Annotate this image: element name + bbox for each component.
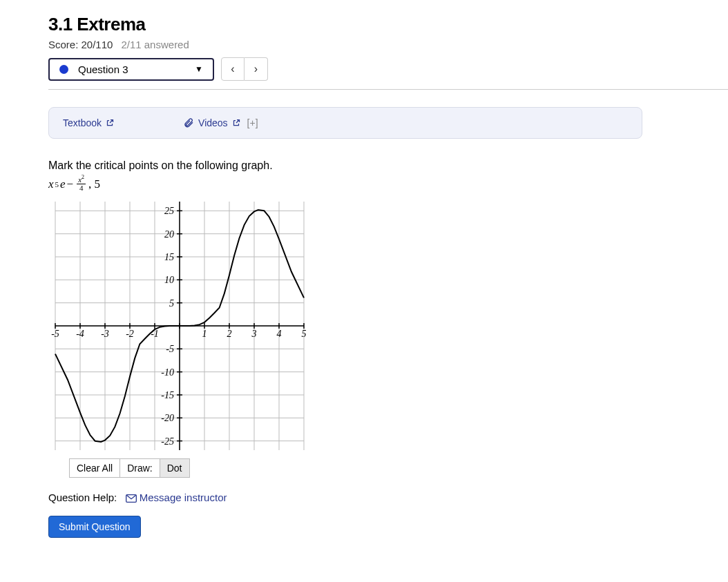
svg-text:-5: -5 [166, 344, 174, 354]
chevron-right-icon: › [254, 63, 258, 75]
message-instructor-link[interactable]: Message instructor [140, 492, 227, 503]
status-dot-icon [59, 65, 68, 74]
draw-label: Draw: [120, 458, 160, 478]
paperclip-icon [183, 117, 194, 128]
svg-text:-4: -4 [76, 329, 84, 339]
question-selector[interactable]: Question 3 ▼ [48, 58, 214, 81]
svg-text:-20: -20 [161, 413, 174, 423]
prev-question-button[interactable]: ‹ [221, 57, 245, 81]
svg-text:15: 15 [164, 252, 174, 262]
caret-down-icon: ▼ [195, 64, 203, 74]
svg-text:1: 1 [202, 329, 207, 339]
question-bar: Question 3 ▼ ‹ › [48, 57, 728, 90]
score-line: Score: 20/110 2/11 answered [48, 39, 728, 50]
question-nav: ‹ › [221, 57, 268, 81]
function-graph: -5-4-3-2-112345-25-20-15-10-5510152025 [48, 195, 311, 457]
external-link-icon [106, 119, 114, 127]
score: Score: 20/110 [48, 39, 113, 50]
page-title: 3.1 Extrema [48, 14, 728, 35]
graph-canvas[interactable]: -5-4-3-2-112345-25-20-15-10-5510152025 [48, 195, 311, 457]
svg-text:5: 5 [302, 329, 307, 339]
svg-text:20: 20 [164, 229, 174, 240]
question-formula: x5e − x24 , 5 [48, 176, 728, 192]
svg-text:4: 4 [277, 329, 282, 339]
question-selector-label: Question 3 [78, 64, 128, 75]
question-prompt: Mark the critical points on the followin… [48, 159, 728, 172]
videos-link[interactable]: Videos [+] [183, 117, 258, 128]
textbook-label: Textbook [63, 117, 102, 128]
submit-question-button[interactable]: Submit Question [48, 516, 141, 538]
svg-text:-10: -10 [161, 367, 174, 378]
expand-button[interactable]: [+] [247, 117, 258, 128]
svg-text:-25: -25 [161, 436, 174, 447]
svg-text:3: 3 [251, 329, 257, 339]
question-area: Mark the critical points on the followin… [48, 159, 728, 538]
mail-icon [126, 494, 137, 503]
svg-text:-5: -5 [51, 329, 59, 339]
clear-all-button[interactable]: Clear All [69, 458, 120, 478]
svg-text:-2: -2 [126, 329, 134, 339]
svg-text:-3: -3 [101, 329, 109, 339]
svg-text:10: 10 [164, 275, 174, 285]
textbook-link[interactable]: Textbook [63, 117, 114, 128]
svg-text:-15: -15 [161, 390, 174, 400]
svg-text:25: 25 [164, 206, 174, 216]
question-help: Question Help: Message instructor [48, 492, 728, 503]
chevron-left-icon: ‹ [231, 63, 234, 75]
answered-count: 2/11 answered [121, 39, 189, 50]
svg-text:2: 2 [227, 329, 232, 339]
graph-toolbar: Clear All Draw: Dot [69, 458, 728, 478]
videos-label: Videos [198, 117, 228, 128]
next-question-button[interactable]: › [245, 57, 268, 81]
external-link-icon [232, 119, 240, 127]
resource-bar: Textbook Videos [+] [48, 107, 642, 139]
draw-tool-dot-button[interactable]: Dot [160, 458, 190, 478]
svg-text:5: 5 [169, 298, 174, 309]
help-label: Question Help: [48, 492, 117, 503]
